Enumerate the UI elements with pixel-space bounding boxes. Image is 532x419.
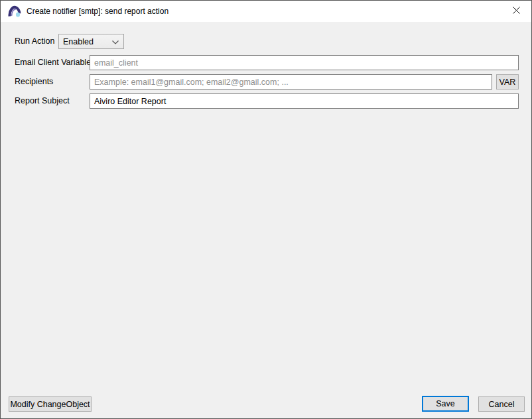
run-action-dropdown[interactable]: Enabled (58, 34, 124, 49)
cancel-button[interactable]: Cancel (478, 396, 525, 412)
email-client-variable-label: Email Client Variable (15, 55, 91, 70)
modify-changeobject-button[interactable]: Modify ChangeObject (9, 396, 92, 412)
window-title: Create notifier [smtp]: send report acti… (27, 7, 168, 16)
chevron-down-icon (112, 37, 119, 46)
run-action-label: Run Action (15, 34, 54, 49)
close-button[interactable] (501, 1, 531, 22)
report-subject-label: Report Subject (15, 93, 70, 109)
dialog-body: Run Action Enabled Email Client Variable… (1, 22, 531, 418)
save-button[interactable]: Save (422, 396, 469, 412)
email-client-variable-input[interactable] (90, 55, 519, 70)
recipients-input[interactable] (90, 74, 492, 90)
run-action-selected-value: Enabled (63, 37, 94, 46)
var-button[interactable]: VAR (496, 74, 519, 90)
dialog-window: Create notifier [smtp]: send report acti… (0, 0, 532, 419)
report-subject-input[interactable] (90, 93, 519, 109)
recipients-label: Recipients (15, 74, 53, 90)
title-bar: Create notifier [smtp]: send report acti… (1, 1, 531, 22)
close-icon (513, 7, 520, 16)
aiviro-logo-icon (8, 5, 21, 18)
